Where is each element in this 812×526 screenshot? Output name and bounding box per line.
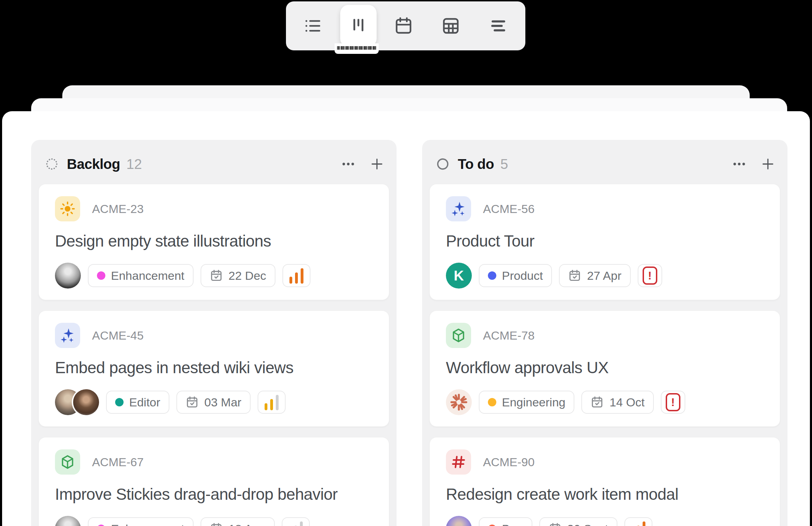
plus-icon — [760, 156, 776, 172]
bar-chart-icon — [631, 521, 645, 526]
kanban-card[interactable]: ACME-67 Improve Stickies drag-and-drop b… — [38, 437, 389, 526]
cube-icon — [55, 449, 80, 475]
calendar-check-icon — [548, 522, 562, 526]
progress-bars-chip[interactable] — [282, 264, 310, 287]
more-options-icon — [732, 156, 747, 172]
due-date-chip[interactable]: 18 Aug — [201, 517, 275, 526]
more-options-icon — [341, 156, 356, 172]
tooltip-artifact — [335, 43, 379, 54]
card-id: ACME-78 — [483, 329, 534, 342]
card-list: ACME-56 Product Tour K Product — [422, 184, 788, 526]
card-title: Product Tour — [446, 232, 764, 250]
due-date-chip[interactable]: 22 Dec — [201, 264, 275, 287]
main-window: Backlog 12 — [2, 111, 810, 526]
table-view-icon — [441, 16, 461, 36]
sparkles-icon — [55, 323, 80, 348]
bar-chart-icon — [265, 394, 279, 410]
hash-icon — [446, 449, 471, 475]
calendar-check-icon — [186, 396, 199, 409]
column-more-button[interactable] — [732, 156, 747, 172]
card-footer: Editor 03 Mar — [55, 389, 373, 415]
label-dot — [488, 525, 496, 526]
view-button-list[interactable] — [293, 2, 333, 50]
due-date-chip[interactable]: 27 Apr — [559, 264, 630, 287]
card-title: Improve Stickies drag-and-drop behavior — [55, 485, 373, 503]
due-date-chip[interactable]: 30 Sept — [539, 517, 617, 526]
urgent-icon: ! — [666, 393, 680, 411]
label-chip[interactable]: Product — [479, 264, 552, 287]
view-button-sort[interactable] — [478, 2, 519, 50]
label-text: Enhancement — [111, 269, 184, 283]
assignee-avatar — [73, 389, 99, 415]
due-date-text: 30 Sept — [567, 522, 608, 526]
kanban-card[interactable]: ACME-23 Design empty state illustrations… — [38, 184, 389, 300]
board-view-icon — [349, 16, 368, 36]
due-date-text: 22 Dec — [229, 269, 266, 283]
column-add-button[interactable] — [369, 156, 385, 172]
starburst-icon — [449, 392, 469, 412]
kanban-card[interactable]: ACME-90 Redesign create work item modal … — [429, 437, 780, 526]
label-text: Bug — [502, 522, 523, 526]
label-text: Product — [502, 269, 543, 283]
label-dot — [115, 398, 124, 406]
label-dot — [97, 271, 105, 280]
kanban-column-todo: To do 5 — [422, 140, 788, 526]
progress-bars-chip[interactable] — [624, 517, 652, 526]
urgent-priority-chip[interactable]: ! — [661, 391, 685, 414]
column-count: 12 — [126, 156, 142, 172]
urgent-priority-chip[interactable]: ! — [638, 264, 662, 287]
starburst-logo-avatar — [446, 389, 472, 415]
list-view-icon — [303, 16, 323, 36]
progress-bars-chip[interactable] — [282, 517, 310, 526]
column-header: To do 5 — [422, 140, 788, 184]
card-id: ACME-90 — [483, 455, 534, 469]
card-footer: Engineering 14 Oct ! — [446, 389, 764, 415]
view-button-calendar[interactable] — [383, 2, 424, 50]
card-title: Workflow approvals UX — [446, 358, 764, 377]
assignee-avatar — [55, 263, 81, 289]
label-chip[interactable]: Enhancement — [88, 264, 194, 287]
calendar-check-icon — [568, 269, 581, 282]
urgent-icon: ! — [643, 266, 657, 285]
kanban-card[interactable]: ACME-78 Workflow approvals UX — [429, 311, 780, 427]
card-footer: Enhancement 18 Aug — [55, 516, 373, 526]
plus-icon — [369, 156, 385, 172]
column-header: Backlog 12 — [31, 140, 397, 184]
due-date-chip[interactable]: 14 Oct — [581, 391, 653, 414]
kanban-card[interactable]: ACME-56 Product Tour K Product — [429, 184, 780, 300]
column-count: 5 — [500, 156, 508, 172]
column-add-button[interactable] — [760, 156, 776, 172]
view-button-board[interactable] — [340, 5, 377, 47]
cube-icon — [446, 323, 471, 348]
label-chip[interactable]: Engineering — [479, 391, 574, 414]
due-date-text: 18 Aug — [229, 522, 266, 526]
column-title: Backlog — [67, 156, 120, 172]
label-text: Engineering — [502, 396, 565, 409]
view-switcher-toolbar — [286, 1, 525, 50]
assignee-avatar — [446, 516, 472, 526]
card-title: Embed pages in nested wiki views — [55, 358, 373, 377]
column-title: To do — [458, 156, 494, 172]
calendar-view-icon — [394, 16, 413, 36]
view-button-table[interactable] — [430, 2, 471, 50]
kanban-card[interactable]: ACME-45 Embed pages in nested wiki views… — [38, 311, 389, 427]
bar-chart-icon — [289, 521, 303, 526]
calendar-check-icon — [210, 522, 223, 526]
label-dot — [97, 525, 105, 526]
label-dot — [488, 271, 496, 280]
label-chip[interactable]: Bug — [479, 517, 532, 526]
due-date-text: 27 Apr — [587, 269, 621, 283]
card-id: ACME-56 — [483, 202, 534, 216]
due-date-text: 03 Mar — [204, 396, 241, 409]
card-id: ACME-45 — [92, 329, 144, 342]
card-list: ACME-23 Design empty state illustrations… — [31, 184, 397, 526]
progress-bars-chip[interactable] — [258, 391, 286, 414]
assignee-avatar-group — [55, 389, 99, 415]
label-dot — [488, 398, 496, 406]
due-date-chip[interactable]: 03 Mar — [176, 391, 251, 414]
card-title: Redesign create work item modal — [446, 485, 764, 503]
screenshot-canvas: Backlog 12 — [0, 0, 812, 526]
column-more-button[interactable] — [341, 156, 356, 172]
label-chip[interactable]: Editor — [106, 391, 169, 414]
label-chip[interactable]: Enhancement — [88, 517, 194, 526]
